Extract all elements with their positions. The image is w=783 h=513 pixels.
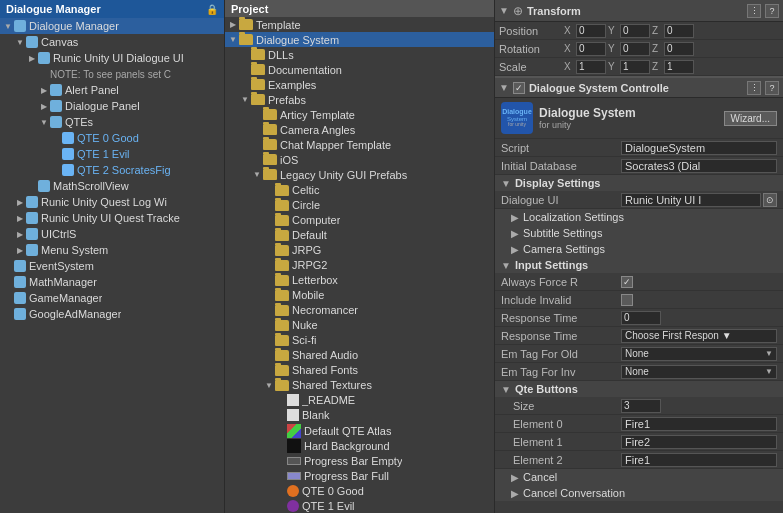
mid-tree-necromancer[interactable]: Necromancer bbox=[225, 303, 494, 318]
transform-help-btn[interactable]: ? bbox=[765, 4, 779, 18]
script-val[interactable]: DialogueSystem bbox=[621, 141, 777, 155]
mid-tree-progress-full[interactable]: Progress Bar Full bbox=[225, 468, 494, 483]
mid-tree-celtic[interactable]: Celtic bbox=[225, 182, 494, 197]
tree-item-qte2[interactable]: QTE 2 SocratesFig bbox=[0, 162, 224, 178]
mid-tree-computer[interactable]: Computer bbox=[225, 213, 494, 228]
scale-y-input[interactable] bbox=[620, 60, 650, 74]
hierarchy-lock-icon[interactable]: 🔒 bbox=[206, 4, 218, 15]
tree-item-canvas[interactable]: Canvas bbox=[0, 34, 224, 50]
component-menu-btn[interactable]: ⋮ bbox=[747, 81, 761, 95]
dialogue-ui-pin-btn[interactable]: ⊙ bbox=[763, 193, 777, 207]
mid-tree-hard-background[interactable]: Hard Background bbox=[225, 438, 494, 453]
label-celtic: Celtic bbox=[292, 184, 320, 196]
tree-item-runic-quest-log[interactable]: Runic Unity Quest Log Wi bbox=[0, 194, 224, 210]
pos-x-input[interactable] bbox=[576, 24, 606, 38]
mid-tree-prefabs[interactable]: Prefabs bbox=[225, 92, 494, 107]
localization-settings-header[interactable]: ▶ Localization Settings bbox=[495, 209, 783, 225]
cancel-convo-arrow: ▶ bbox=[511, 488, 519, 499]
mid-tree-dlls[interactable]: DLLs bbox=[225, 47, 494, 62]
mid-tree-dialogue-system[interactable]: Dialogue System bbox=[225, 32, 494, 47]
mid-tree-circle[interactable]: Circle bbox=[225, 198, 494, 213]
scale-z-input[interactable] bbox=[664, 60, 694, 74]
qte-elem0-val[interactable]: Fire1 bbox=[621, 417, 777, 431]
mid-tree-jrpg[interactable]: JRPG bbox=[225, 243, 494, 258]
qte-buttons-header[interactable]: ▼ Qte Buttons bbox=[495, 381, 783, 397]
component-enabled-checkbox[interactable] bbox=[513, 82, 525, 94]
tree-item-qte1[interactable]: QTE 1 Evil bbox=[0, 146, 224, 162]
qte-elem2-val[interactable]: Fire1 bbox=[621, 453, 777, 467]
qte-elem1-val[interactable]: Fire2 bbox=[621, 435, 777, 449]
tree-item-runic-quest-tracker[interactable]: Runic Unity UI Quest Tracke bbox=[0, 210, 224, 226]
response-time2-dropdown[interactable]: Choose First Respon ▼ bbox=[621, 329, 777, 343]
component-help-btn[interactable]: ? bbox=[765, 81, 779, 95]
mid-tree-mobile[interactable]: Mobile bbox=[225, 288, 494, 303]
input-settings-header[interactable]: ▼ Input Settings bbox=[495, 257, 783, 273]
transform-menu-btn[interactable]: ⋮ bbox=[747, 4, 761, 18]
label-chat-mapper: Chat Mapper Template bbox=[280, 139, 391, 151]
mid-tree-shared-audio[interactable]: Shared Audio bbox=[225, 348, 494, 363]
display-settings-header[interactable]: ▼ Display Settings bbox=[495, 175, 783, 191]
tree-item-menu-system[interactable]: Menu System bbox=[0, 242, 224, 258]
texture-icon-readme bbox=[287, 394, 299, 406]
mid-tree-scifi[interactable]: Sci-fi bbox=[225, 333, 494, 348]
response-time-input[interactable] bbox=[621, 311, 661, 325]
mid-tree-nuke[interactable]: Nuke bbox=[225, 318, 494, 333]
tree-item-qte0[interactable]: QTE 0 Good bbox=[0, 130, 224, 146]
tree-item-dialogue-manager[interactable]: Dialogue Manager bbox=[0, 18, 224, 34]
em-tag-inv-dropdown[interactable]: None ▼ bbox=[621, 365, 777, 379]
subtitle-settings-header[interactable]: ▶ Subtitle Settings bbox=[495, 225, 783, 241]
pos-x-label: X bbox=[564, 25, 574, 36]
initial-db-val[interactable]: Socrates3 (Dial bbox=[621, 159, 777, 173]
em-tag-old-dropdown[interactable]: None ▼ bbox=[621, 347, 777, 361]
mid-tree-template[interactable]: Template bbox=[225, 17, 494, 32]
mid-tree-readme[interactable]: _README bbox=[225, 393, 494, 408]
pos-z-input[interactable] bbox=[664, 24, 694, 38]
cancel-conversation-label: Cancel Conversation bbox=[523, 487, 625, 499]
mid-tree-documentation[interactable]: Documentation bbox=[225, 62, 494, 77]
mid-tree-jrpg2[interactable]: JRPG2 bbox=[225, 258, 494, 273]
mid-tree-default[interactable]: Default bbox=[225, 228, 494, 243]
mid-tree-articy[interactable]: Articy Template bbox=[225, 107, 494, 122]
tree-item-runic-ui[interactable]: Runic Unity UI Dialogue UI bbox=[0, 50, 224, 66]
tree-item-alert-panel[interactable]: Alert Panel bbox=[0, 82, 224, 98]
mid-tree-camera[interactable]: Camera Angles bbox=[225, 122, 494, 137]
mid-tree-qte0-good[interactable]: QTE 0 Good bbox=[225, 483, 494, 498]
rot-z-input[interactable] bbox=[664, 42, 694, 56]
tree-item-uictrls[interactable]: UICtrlS bbox=[0, 226, 224, 242]
mid-tree-ios[interactable]: iOS bbox=[225, 152, 494, 167]
scale-x-input[interactable] bbox=[576, 60, 606, 74]
mid-tree-chat-mapper[interactable]: Chat Mapper Template bbox=[225, 137, 494, 152]
component-collapse-arrow[interactable]: ▼ bbox=[499, 82, 509, 93]
tree-item-googleadmanager[interactable]: GoogleAdManager bbox=[0, 306, 224, 322]
gameobj-icon-runic-quest-tracker bbox=[26, 212, 38, 224]
tree-item-gamemanager[interactable]: GameManager bbox=[0, 290, 224, 306]
dialogue-ui-val[interactable]: Runic Unity UI I bbox=[621, 193, 761, 207]
mid-tree-progress-empty[interactable]: Progress Bar Empty bbox=[225, 453, 494, 468]
mid-tree-shared-fonts[interactable]: Shared Fonts bbox=[225, 363, 494, 378]
mid-tree-examples[interactable]: Examples bbox=[225, 77, 494, 92]
tree-item-mathmanager[interactable]: MathManager bbox=[0, 274, 224, 290]
include-invalid-checkbox[interactable] bbox=[621, 294, 633, 306]
tree-item-dialogue-panel[interactable]: Dialogue Panel bbox=[0, 98, 224, 114]
pos-y-input[interactable] bbox=[620, 24, 650, 38]
mid-tree-shared-textures[interactable]: Shared Textures bbox=[225, 378, 494, 393]
mid-tree-qte1-evil[interactable]: QTE 1 Evil bbox=[225, 498, 494, 513]
always-force-checkbox[interactable] bbox=[621, 276, 633, 288]
camera-settings-header[interactable]: ▶ Camera Settings bbox=[495, 241, 783, 257]
mid-tree-letterbox[interactable]: Letterbox bbox=[225, 273, 494, 288]
cancel-conversation-header[interactable]: ▶ Cancel Conversation bbox=[495, 485, 783, 501]
tree-item-qtes[interactable]: QTEs bbox=[0, 114, 224, 130]
rot-x-input[interactable] bbox=[576, 42, 606, 56]
tree-item-eventsystem[interactable]: EventSystem bbox=[0, 258, 224, 274]
label-mathmanager: MathManager bbox=[29, 276, 97, 288]
project-title-bar: Project bbox=[225, 0, 494, 17]
mid-tree-default-qte-atlas[interactable]: Default QTE Atlas bbox=[225, 423, 494, 438]
mid-tree-legacy[interactable]: Legacy Unity GUI Prefabs bbox=[225, 167, 494, 182]
tree-item-mathscroll[interactable]: MathScrollView bbox=[0, 178, 224, 194]
wizard-button[interactable]: Wizard... bbox=[724, 111, 777, 126]
transform-collapse-arrow[interactable]: ▼ bbox=[499, 5, 509, 16]
mid-tree-blank[interactable]: Blank bbox=[225, 408, 494, 423]
qte-size-input[interactable] bbox=[621, 399, 661, 413]
rot-y-input[interactable] bbox=[620, 42, 650, 56]
cancel-header[interactable]: ▶ Cancel bbox=[495, 469, 783, 485]
